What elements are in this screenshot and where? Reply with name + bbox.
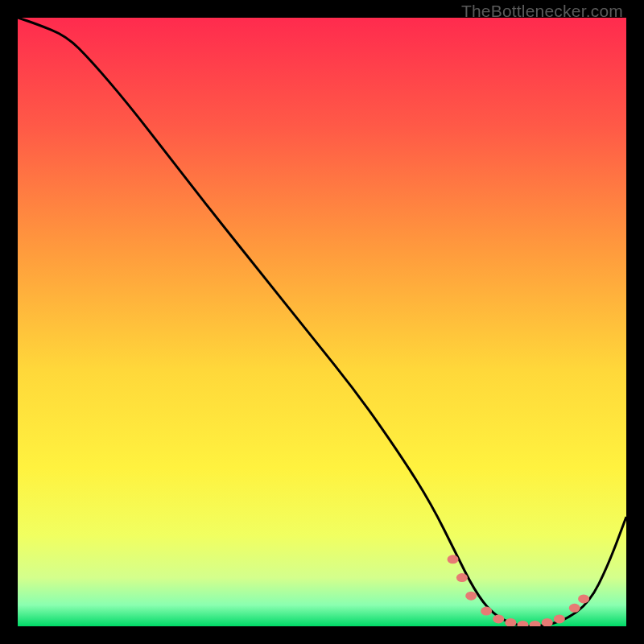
curve-marker: [554, 614, 565, 623]
chart-frame: [18, 18, 626, 626]
gradient-background: [18, 18, 626, 626]
bottleneck-chart: [18, 18, 626, 626]
curve-marker: [578, 594, 589, 603]
curve-marker: [465, 592, 477, 601]
curve-marker: [481, 607, 492, 616]
curve-marker: [493, 614, 504, 623]
curve-marker: [569, 604, 580, 613]
curve-marker: [456, 573, 468, 582]
curve-marker: [448, 555, 459, 564]
